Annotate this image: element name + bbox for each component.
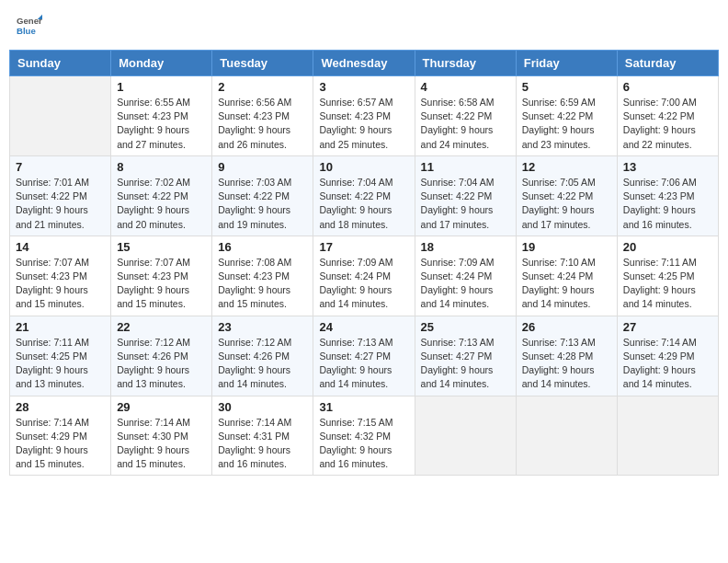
day-info: Sunrise: 6:59 AMSunset: 4:22 PMDaylight:… (522, 96, 611, 152)
logo-icon: General Blue (17, 13, 42, 39)
day-info: Sunrise: 7:14 AMSunset: 4:30 PMDaylight:… (117, 416, 206, 472)
day-number: 25 (421, 320, 510, 334)
day-number: 23 (218, 320, 307, 334)
calendar-cell (415, 396, 516, 476)
calendar-cell: 21Sunrise: 7:11 AMSunset: 4:25 PMDayligh… (10, 316, 111, 396)
day-number: 19 (522, 240, 611, 254)
day-info: Sunrise: 7:06 AMSunset: 4:23 PMDaylight:… (623, 176, 712, 232)
logo: General Blue (17, 13, 42, 39)
calendar-cell (516, 396, 617, 476)
day-number: 26 (522, 320, 611, 334)
day-header-tuesday: Tuesday (212, 51, 313, 76)
calendar-cell: 18Sunrise: 7:09 AMSunset: 4:24 PMDayligh… (415, 236, 516, 316)
calendar-cell: 20Sunrise: 7:11 AMSunset: 4:25 PMDayligh… (617, 236, 718, 316)
day-info: Sunrise: 7:15 AMSunset: 4:32 PMDaylight:… (319, 416, 408, 472)
day-header-monday: Monday (111, 51, 212, 76)
page-header: General Blue (9, 9, 719, 42)
day-info: Sunrise: 6:58 AMSunset: 4:22 PMDaylight:… (421, 96, 510, 152)
day-info: Sunrise: 6:56 AMSunset: 4:23 PMDaylight:… (218, 96, 307, 152)
calendar-cell: 5Sunrise: 6:59 AMSunset: 4:22 PMDaylight… (516, 76, 617, 156)
calendar-cell: 16Sunrise: 7:08 AMSunset: 4:23 PMDayligh… (212, 236, 313, 316)
day-info: Sunrise: 7:10 AMSunset: 4:24 PMDaylight:… (522, 256, 611, 312)
calendar-cell: 7Sunrise: 7:01 AMSunset: 4:22 PMDaylight… (10, 155, 111, 236)
day-number: 27 (623, 320, 712, 334)
day-info: Sunrise: 7:12 AMSunset: 4:26 PMDaylight:… (218, 336, 307, 392)
day-number: 20 (623, 240, 712, 254)
calendar-cell: 12Sunrise: 7:05 AMSunset: 4:22 PMDayligh… (516, 155, 617, 236)
calendar-header-row: SundayMondayTuesdayWednesdayThursdayFrid… (10, 51, 719, 76)
calendar-cell: 22Sunrise: 7:12 AMSunset: 4:26 PMDayligh… (111, 316, 212, 396)
day-info: Sunrise: 7:08 AMSunset: 4:23 PMDaylight:… (218, 256, 307, 312)
calendar-cell: 26Sunrise: 7:13 AMSunset: 4:28 PMDayligh… (516, 316, 617, 396)
day-header-sunday: Sunday (10, 51, 111, 76)
calendar-cell: 25Sunrise: 7:13 AMSunset: 4:27 PMDayligh… (415, 316, 516, 396)
calendar-cell: 11Sunrise: 7:04 AMSunset: 4:22 PMDayligh… (415, 155, 516, 236)
calendar-cell: 24Sunrise: 7:13 AMSunset: 4:27 PMDayligh… (313, 316, 415, 396)
calendar-cell: 8Sunrise: 7:02 AMSunset: 4:22 PMDaylight… (111, 155, 212, 236)
calendar-cell: 10Sunrise: 7:04 AMSunset: 4:22 PMDayligh… (313, 155, 415, 236)
day-number: 31 (319, 400, 408, 414)
day-info: Sunrise: 7:09 AMSunset: 4:24 PMDaylight:… (319, 256, 408, 312)
day-info: Sunrise: 7:13 AMSunset: 4:28 PMDaylight:… (522, 336, 611, 392)
day-number: 1 (117, 80, 206, 94)
day-header-thursday: Thursday (415, 51, 516, 76)
day-info: Sunrise: 7:14 AMSunset: 4:31 PMDaylight:… (218, 416, 307, 472)
calendar-week-row: 14Sunrise: 7:07 AMSunset: 4:23 PMDayligh… (10, 236, 719, 316)
day-info: Sunrise: 7:05 AMSunset: 4:22 PMDaylight:… (522, 176, 611, 232)
calendar-cell (10, 76, 111, 156)
calendar-cell (617, 396, 718, 476)
day-number: 8 (117, 160, 206, 174)
calendar-cell: 17Sunrise: 7:09 AMSunset: 4:24 PMDayligh… (313, 236, 415, 316)
calendar-cell: 9Sunrise: 7:03 AMSunset: 4:22 PMDaylight… (212, 155, 313, 236)
day-number: 24 (319, 320, 408, 334)
calendar-cell: 30Sunrise: 7:14 AMSunset: 4:31 PMDayligh… (212, 396, 313, 476)
day-info: Sunrise: 7:00 AMSunset: 4:22 PMDaylight:… (623, 96, 712, 152)
day-number: 13 (623, 160, 712, 174)
calendar-cell: 1Sunrise: 6:55 AMSunset: 4:23 PMDaylight… (111, 76, 212, 156)
day-info: Sunrise: 7:04 AMSunset: 4:22 PMDaylight:… (421, 176, 510, 232)
calendar-week-row: 21Sunrise: 7:11 AMSunset: 4:25 PMDayligh… (10, 316, 719, 396)
calendar-cell: 14Sunrise: 7:07 AMSunset: 4:23 PMDayligh… (10, 236, 111, 316)
day-number: 7 (16, 160, 105, 174)
day-number: 3 (319, 80, 408, 94)
day-number: 21 (16, 320, 105, 334)
calendar-cell: 28Sunrise: 7:14 AMSunset: 4:29 PMDayligh… (10, 396, 111, 476)
day-info: Sunrise: 7:07 AMSunset: 4:23 PMDaylight:… (117, 256, 206, 312)
calendar-week-row: 1Sunrise: 6:55 AMSunset: 4:23 PMDaylight… (10, 76, 719, 156)
day-info: Sunrise: 7:03 AMSunset: 4:22 PMDaylight:… (218, 176, 307, 232)
day-info: Sunrise: 7:07 AMSunset: 4:23 PMDaylight:… (16, 256, 105, 312)
calendar-cell: 19Sunrise: 7:10 AMSunset: 4:24 PMDayligh… (516, 236, 617, 316)
day-info: Sunrise: 7:09 AMSunset: 4:24 PMDaylight:… (421, 256, 510, 312)
calendar-cell: 6Sunrise: 7:00 AMSunset: 4:22 PMDaylight… (617, 76, 718, 156)
calendar-cell: 31Sunrise: 7:15 AMSunset: 4:32 PMDayligh… (313, 396, 415, 476)
day-number: 9 (218, 160, 307, 174)
day-number: 15 (117, 240, 206, 254)
day-info: Sunrise: 6:57 AMSunset: 4:23 PMDaylight:… (319, 96, 408, 152)
calendar-table: SundayMondayTuesdayWednesdayThursdayFrid… (9, 50, 719, 476)
day-info: Sunrise: 7:02 AMSunset: 4:22 PMDaylight:… (117, 176, 206, 232)
day-number: 29 (117, 400, 206, 414)
day-number: 4 (421, 80, 510, 94)
day-number: 11 (421, 160, 510, 174)
day-number: 30 (218, 400, 307, 414)
day-info: Sunrise: 7:13 AMSunset: 4:27 PMDaylight:… (319, 336, 408, 392)
calendar-cell: 15Sunrise: 7:07 AMSunset: 4:23 PMDayligh… (111, 236, 212, 316)
day-number: 17 (319, 240, 408, 254)
day-number: 2 (218, 80, 307, 94)
day-info: Sunrise: 7:14 AMSunset: 4:29 PMDaylight:… (623, 336, 712, 392)
calendar-cell: 29Sunrise: 7:14 AMSunset: 4:30 PMDayligh… (111, 396, 212, 476)
day-info: Sunrise: 6:55 AMSunset: 4:23 PMDaylight:… (117, 96, 206, 152)
day-number: 5 (522, 80, 611, 94)
day-info: Sunrise: 7:14 AMSunset: 4:29 PMDaylight:… (16, 416, 105, 472)
day-info: Sunrise: 7:04 AMSunset: 4:22 PMDaylight:… (319, 176, 408, 232)
day-number: 16 (218, 240, 307, 254)
calendar-cell: 2Sunrise: 6:56 AMSunset: 4:23 PMDaylight… (212, 76, 313, 156)
calendar-cell: 4Sunrise: 6:58 AMSunset: 4:22 PMDaylight… (415, 76, 516, 156)
day-info: Sunrise: 7:11 AMSunset: 4:25 PMDaylight:… (623, 256, 712, 312)
day-number: 12 (522, 160, 611, 174)
svg-text:Blue: Blue (17, 26, 36, 36)
calendar-week-row: 7Sunrise: 7:01 AMSunset: 4:22 PMDaylight… (10, 155, 719, 236)
svg-text:General: General (17, 16, 42, 26)
day-info: Sunrise: 7:12 AMSunset: 4:26 PMDaylight:… (117, 336, 206, 392)
calendar-cell: 13Sunrise: 7:06 AMSunset: 4:23 PMDayligh… (617, 155, 718, 236)
